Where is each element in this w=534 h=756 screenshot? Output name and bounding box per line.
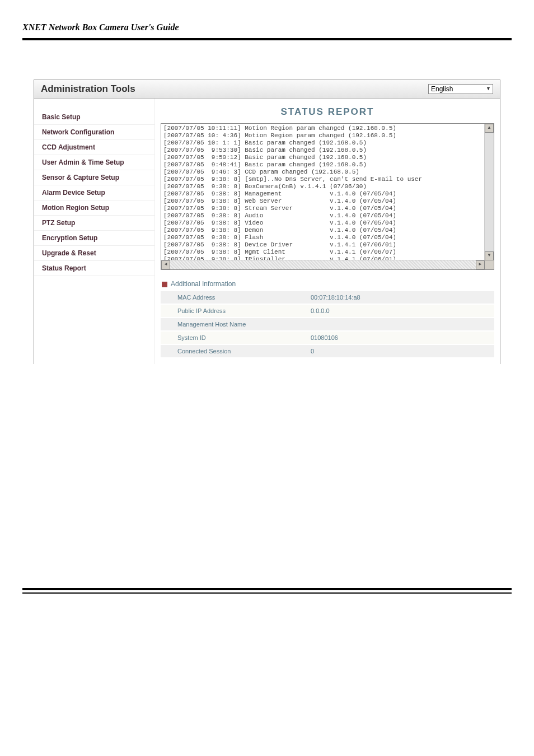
scroll-down-icon[interactable]: ▼	[485, 251, 494, 260]
content-area: STATUS REPORT [2007/07/05 10:11:11] Moti…	[155, 99, 500, 364]
scroll-corner	[485, 260, 494, 269]
info-label: Public IP Address	[161, 304, 294, 318]
sidebar-item-upgrade-reset[interactable]: Upgrade & Reset	[34, 246, 154, 261]
scroll-left-icon[interactable]: ◄	[161, 260, 170, 269]
table-row: System ID 01080106	[161, 331, 494, 344]
info-value: 0.0.0.0	[294, 304, 494, 318]
additional-info-title: Additional Information	[162, 280, 494, 288]
sidebar-item-alarm-device[interactable]: Alarm Device Setup	[34, 185, 154, 200]
language-select[interactable]: English	[428, 84, 493, 94]
info-label: MAC Address	[161, 291, 294, 304]
info-label: Connected Session	[161, 344, 294, 358]
sidebar-item-ccd-adjustment[interactable]: CCD Adjustment	[34, 140, 154, 155]
document-title: XNET Network Box Camera User's Guide	[0, 0, 534, 38]
horizontal-scrollbar[interactable]: ◄ ►	[161, 260, 485, 269]
info-value: 00:07:18:10:14:a8	[294, 291, 494, 304]
sidebar-item-ptz-setup[interactable]: PTZ Setup	[34, 216, 154, 231]
sidebar-item-network-configuration[interactable]: Network Configuration	[34, 125, 154, 140]
status-log-box: [2007/07/05 10:11:11] Motion Region para…	[161, 123, 494, 270]
page-heading: STATUS REPORT	[161, 106, 494, 118]
table-row: Management Host Name	[161, 318, 494, 331]
sidebar: Basic Setup Network Configuration CCD Ad…	[34, 99, 155, 364]
info-value: 01080106	[294, 331, 494, 344]
table-row: MAC Address 00:07:18:10:14:a8	[161, 291, 494, 304]
info-value: 0	[294, 344, 494, 358]
vertical-scrollbar[interactable]: ▲ ▼	[484, 124, 494, 260]
app-frame: Administration Tools English Basic Setup…	[34, 80, 500, 364]
sidebar-item-encryption[interactable]: Encryption Setup	[34, 231, 154, 246]
title-bar: Administration Tools English	[34, 80, 500, 99]
sidebar-item-user-admin-time[interactable]: User Admin & Time Setup	[34, 155, 154, 170]
sidebar-item-motion-region[interactable]: Motion Region Setup	[34, 200, 154, 216]
info-label: Management Host Name	[161, 318, 294, 331]
scroll-up-icon[interactable]: ▲	[485, 124, 494, 133]
additional-info-table: MAC Address 00:07:18:10:14:a8 Public IP …	[161, 291, 494, 358]
table-row: Connected Session 0	[161, 344, 494, 358]
sidebar-item-basic-setup[interactable]: Basic Setup	[34, 110, 154, 125]
sidebar-item-status-report[interactable]: Status Report	[34, 261, 154, 276]
footer-rules	[22, 588, 512, 594]
info-value	[294, 318, 494, 331]
sidebar-item-sensor-capture[interactable]: Sensor & Capture Setup	[34, 170, 154, 185]
scroll-right-icon[interactable]: ►	[476, 260, 485, 269]
table-row: Public IP Address 0.0.0.0	[161, 304, 494, 318]
scroll-track[interactable]	[170, 260, 476, 269]
info-label: System ID	[161, 331, 294, 344]
app-title: Administration Tools	[41, 83, 135, 95]
status-log-text: [2007/07/05 10:11:11] Motion Region para…	[161, 124, 494, 272]
header-rule	[22, 38, 512, 40]
